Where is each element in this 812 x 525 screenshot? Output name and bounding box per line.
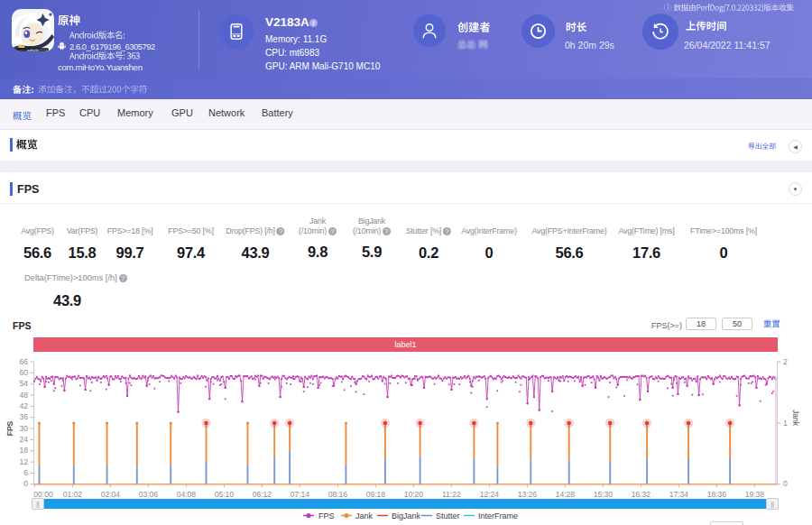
svg-text:FPS: FPS <box>318 511 335 520</box>
svg-text:17:34: 17:34 <box>669 490 689 499</box>
svg-text:60: 60 <box>19 368 28 377</box>
svg-text:11:22: 11:22 <box>442 490 461 499</box>
svg-text:05:10: 05:10 <box>215 490 235 499</box>
svg-text:19:38: 19:38 <box>745 490 765 499</box>
svg-text:BigJank: BigJank <box>392 511 421 520</box>
svg-text:54: 54 <box>19 379 28 388</box>
svg-text:1: 1 <box>783 419 788 428</box>
svg-text:48: 48 <box>19 391 28 400</box>
svg-text:14:28: 14:28 <box>556 490 576 499</box>
svg-text:10:20: 10:20 <box>404 490 424 499</box>
svg-text:0: 0 <box>783 479 788 488</box>
svg-text:2: 2 <box>783 357 788 366</box>
svg-text:12:24: 12:24 <box>480 490 500 499</box>
svg-text:18: 18 <box>19 446 28 455</box>
svg-text:07:14: 07:14 <box>291 490 310 499</box>
svg-text:66: 66 <box>19 357 28 366</box>
svg-text:24: 24 <box>19 435 28 444</box>
svg-text:30: 30 <box>19 424 28 433</box>
svg-text:08:16: 08:16 <box>328 490 348 499</box>
svg-text:Stutter: Stutter <box>436 511 460 520</box>
svg-text:42: 42 <box>19 401 28 410</box>
svg-text:Jank: Jank <box>355 511 374 520</box>
svg-text:02:04: 02:04 <box>101 490 121 499</box>
svg-text:06:12: 06:12 <box>253 490 272 499</box>
svg-text:0: 0 <box>23 479 28 488</box>
svg-text:04:08: 04:08 <box>177 490 197 499</box>
svg-text:09:18: 09:18 <box>366 490 386 499</box>
svg-text:15:30: 15:30 <box>594 490 614 499</box>
svg-text:Jank: Jank <box>791 410 800 427</box>
svg-text:01:02: 01:02 <box>63 490 83 499</box>
svg-text:16:32: 16:32 <box>632 490 651 499</box>
svg-text:03:06: 03:06 <box>139 490 159 499</box>
svg-text:12: 12 <box>19 457 28 466</box>
svg-text:36: 36 <box>19 412 28 421</box>
svg-text:InterFrame: InterFrame <box>478 511 518 520</box>
svg-text:13:26: 13:26 <box>518 490 538 499</box>
svg-text:FPS: FPS <box>5 420 14 436</box>
svg-text:18:36: 18:36 <box>707 490 727 499</box>
svg-text:6: 6 <box>23 468 28 477</box>
